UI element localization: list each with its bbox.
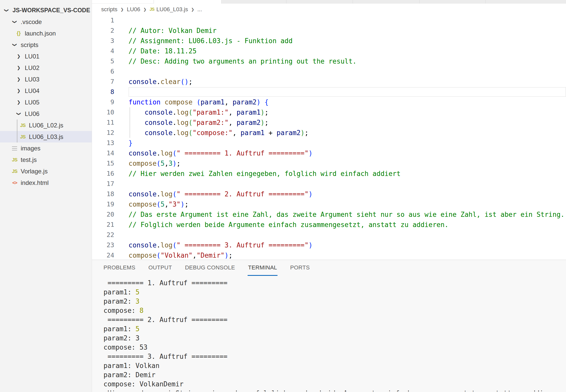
code-line-4[interactable]: 4// Date: 18.11.25 — [92, 46, 566, 56]
js-file-icon: JS — [149, 7, 154, 12]
terminal-line: param1: Volkan — [103, 361, 566, 370]
code-line-23[interactable]: 23console.log(" ========= 3. Auftruf ===… — [92, 240, 566, 250]
panel-tab-problems[interactable]: PROBLEMS — [103, 260, 136, 276]
tree-item-lu04[interactable]: ❯LU04 — [0, 85, 92, 97]
code-line-7[interactable]: 7console.clear(); — [92, 77, 566, 87]
chevron-right-icon: ❯ — [17, 100, 20, 105]
code-line-8[interactable]: 8 — [92, 87, 566, 97]
terminal-line: ========= 3. Auftruf ========= — [103, 352, 566, 361]
editor-tab[interactable] — [222, 0, 286, 4]
tree-item-label: scripts — [21, 41, 38, 49]
panel-tab-ports[interactable]: PORTS — [290, 260, 310, 276]
code-line-6[interactable]: 6 — [92, 66, 566, 77]
terminal-line: Hier werden zwei Strings eingegeben, fol… — [103, 389, 566, 391]
tree-item-index-html[interactable]: <>index.html — [0, 177, 92, 188]
terminal-line: param2: 3 — [103, 297, 566, 306]
line-number: 5 — [92, 56, 123, 66]
workspace-root-item[interactable]: ❯ JS-WORKSPACE_VS-CODE — [0, 5, 92, 16]
tree-item-label: LU05 — [25, 99, 39, 106]
tree-item-lu05[interactable]: ❯LU05 — [0, 97, 92, 108]
editor-tab[interactable] — [286, 0, 353, 4]
editor-tab-filler — [486, 0, 566, 4]
line-number: 11 — [92, 117, 123, 128]
breadcrumb-separator-icon: ❯ — [143, 7, 147, 12]
code-text: // Desc: Adding two arguments an printin… — [123, 56, 566, 66]
code-line-24[interactable]: 24compose("Volkan","Demir"); — [92, 250, 566, 260]
code-line-18[interactable]: 18console.log(" ========= 2. Auftruf ===… — [92, 189, 566, 199]
code-text: compose("Volkan","Demir"); — [123, 250, 566, 260]
tree-item-images[interactable]: images — [0, 142, 92, 154]
tree-item-lu02[interactable]: ❯LU02 — [0, 62, 92, 74]
file-icon — [12, 146, 17, 150]
js-file-icon: JS — [12, 169, 17, 174]
code-text — [123, 87, 566, 97]
breadcrumb-item-lu06-l03-js[interactable]: JSLU06_L03.js — [149, 6, 188, 13]
terminal-output[interactable]: ========= 1. Auftruf =========param1: 5p… — [92, 276, 566, 391]
tree-item-lu03[interactable]: ❯LU03 — [0, 74, 92, 85]
breadcrumb-label: scripts — [101, 6, 118, 13]
line-number: 13 — [92, 138, 123, 148]
breadcrumb-separator-icon: ❯ — [121, 7, 124, 12]
breadcrumb-label: LU06 — [127, 6, 140, 13]
tree-item-lu06[interactable]: ❯LU06 — [0, 108, 92, 120]
code-line-22[interactable]: 22 — [92, 230, 566, 240]
code-text: console.log(" ========= 1. Auftruf =====… — [123, 148, 566, 158]
line-number: 17 — [92, 179, 123, 189]
tree-item-label: LU02 — [25, 64, 39, 72]
code-text — [123, 15, 566, 26]
code-text: console.log("param2:", param2); — [123, 117, 566, 128]
tree-item-vorlage-js[interactable]: JSVorlage.js — [0, 165, 92, 177]
tree-item-vscode[interactable]: ❯.vscode — [0, 16, 92, 28]
tree-item-label: launch.json — [25, 30, 56, 37]
code-line-17[interactable]: 17 — [92, 179, 566, 189]
editor-tab[interactable] — [420, 0, 486, 4]
code-text: } — [123, 138, 566, 148]
panel-tab-output[interactable]: OUTPUT — [148, 260, 172, 276]
panel-tab-debug-console[interactable]: DEBUG CONSOLE — [184, 260, 236, 276]
code-line-14[interactable]: 14console.log(" ========= 1. Auftruf ===… — [92, 148, 566, 158]
code-text: console.log("param1:", param1); — [123, 107, 566, 117]
code-editor[interactable]: 12// Autor: Volkan Demir3// Assignment: … — [92, 15, 566, 260]
breadcrumb-item-[interactable]: ... — [197, 6, 202, 13]
code-line-2[interactable]: 2// Autor: Volkan Demir — [92, 26, 566, 36]
js-file-icon: JS — [20, 123, 25, 128]
code-line-10[interactable]: 10 console.log("param1:", param1); — [92, 107, 566, 117]
tree-item-lu06-l02-js[interactable]: JSLU06_L02.js — [0, 120, 92, 131]
code-line-3[interactable]: 3// Assignment: LU06.L03.js - Funktion a… — [92, 36, 566, 46]
code-text: console.log(" ========= 3. Auftruf =====… — [123, 240, 566, 250]
tree-item-launch-json[interactable]: {}launch.json — [0, 28, 92, 39]
terminal-line: param2: Demir — [103, 370, 566, 379]
code-text: compose(5,3); — [123, 158, 566, 169]
breadcrumb-label: ... — [197, 6, 202, 13]
breadcrumb-item-scripts[interactable]: scripts — [101, 6, 118, 13]
editor-tab[interactable] — [92, 0, 154, 4]
code-line-9[interactable]: 9function compose (param1, param2) { — [92, 97, 566, 107]
workspace-name: JS-WORKSPACE_VS-CODE — [13, 7, 90, 14]
code-line-20[interactable]: 20// Das erste Argument ist eine Zahl, d… — [92, 209, 566, 220]
chevron-right-icon: ❯ — [17, 54, 20, 59]
editor-tab-active[interactable] — [154, 0, 222, 4]
tree-item-lu01[interactable]: ❯LU01 — [0, 51, 92, 62]
code-line-15[interactable]: 15compose(5,3); — [92, 158, 566, 169]
tree-item-test-js[interactable]: JStest.js — [0, 154, 92, 165]
panel-tab-terminal[interactable]: TERMINAL — [248, 260, 278, 276]
code-line-19[interactable]: 19compose(5,"3"); — [92, 199, 566, 209]
code-line-16[interactable]: 16// Hier werden zwei Zahlen eingegeben,… — [92, 169, 566, 179]
code-line-1[interactable]: 1 — [92, 15, 566, 26]
code-line-5[interactable]: 5// Desc: Adding two arguments an printi… — [92, 56, 566, 66]
code-text: // Date: 18.11.25 — [123, 46, 566, 56]
terminal-line: param2: 3 — [103, 334, 566, 343]
tree-item-lu06-l03-js[interactable]: JSLU06_L03.js — [0, 131, 92, 142]
editor-tab[interactable] — [353, 0, 420, 4]
chevron-right-icon: ❯ — [17, 77, 20, 82]
chevron-down-icon: ❯ — [12, 43, 17, 46]
breadcrumb-item-lu06[interactable]: LU06 — [127, 6, 140, 13]
chevron-down-icon: ❯ — [16, 112, 21, 115]
code-line-21[interactable]: 21// Folglich werden beide Argumente ein… — [92, 220, 566, 230]
tree-item-scripts[interactable]: ❯scripts — [0, 39, 92, 51]
code-line-11[interactable]: 11 console.log("param2:", param2); — [92, 117, 566, 128]
code-line-12[interactable]: 12 console.log("compose:", param1 + para… — [92, 128, 566, 138]
js-file-icon: JS — [12, 157, 17, 163]
tree-item-label: LU01 — [25, 53, 39, 60]
code-line-13[interactable]: 13} — [92, 138, 566, 148]
